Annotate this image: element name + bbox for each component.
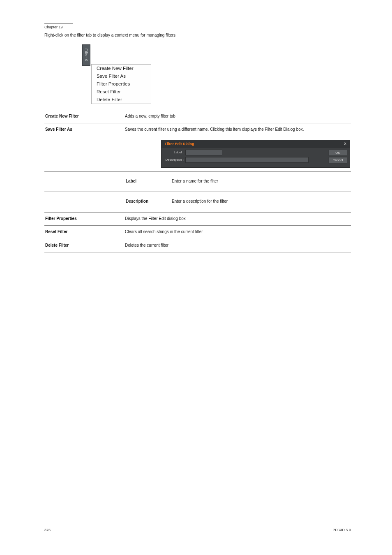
description-input[interactable]	[185, 157, 309, 163]
definition-desc: Clears all search strings in the current…	[125, 227, 350, 238]
definition-row: Description Enter a description for the …	[45, 193, 350, 211]
footer-rule	[44, 526, 73, 526]
definition-row: Create New Filter Adds a new, empty filt…	[45, 111, 350, 123]
definition-desc: Saves the current filter using a differe…	[125, 124, 350, 136]
filter-edit-dialog: Filter Edit Dialog × Label : Description…	[161, 140, 350, 168]
label-field-label: Label :	[164, 150, 185, 155]
menu-item-reset-filter[interactable]: Reset Filter	[92, 88, 151, 96]
divider	[44, 252, 351, 252]
definition-term: Delete Filter	[45, 240, 124, 252]
intro-paragraph: Right-click on the filter tab to display…	[44, 32, 351, 39]
menu-item-create-new-filter[interactable]: Create New Filter	[92, 65, 151, 72]
definition-desc: Adds a new, empty filter tab	[125, 111, 350, 123]
definition-row: Delete Filter Deletes the current filter	[45, 240, 350, 252]
definition-row: Filter Properties Displays the Filter Ed…	[45, 213, 350, 225]
definition-term: Reset Filter	[45, 227, 124, 238]
definition-term: Filter Properties	[45, 213, 124, 225]
dialog-title: Filter Edit Dialog	[165, 141, 194, 147]
footer-product: PFC3D 5.0	[332, 528, 351, 532]
description-field-label: Description :	[164, 157, 185, 162]
definition-term: Create New Filter	[45, 111, 124, 123]
definition-row: Reset Filter Clears all search strings i…	[45, 227, 350, 238]
definition-row: Label Enter a name for the filter	[45, 173, 350, 191]
menu-item-delete-filter[interactable]: Delete Filter	[92, 96, 151, 104]
page-header-label: Chapter 19	[44, 25, 351, 29]
header-rule	[44, 23, 73, 23]
close-icon[interactable]: ×	[343, 142, 347, 146]
ok-button[interactable]: OK	[328, 150, 347, 156]
definition-desc: Displays the Filter Edit dialog box	[125, 213, 350, 225]
screenshot-filter-context-menu: Filter 0 Create New Filter Save Filter A…	[82, 44, 351, 104]
label-input[interactable]	[185, 150, 222, 155]
dialog-field-desc: Enter a description for the filter	[172, 196, 349, 208]
page-footer: 376 PFC3D 5.0	[44, 526, 351, 532]
definition-desc: Deletes the current filter	[125, 240, 350, 252]
dialog-field-term: Description	[126, 196, 171, 208]
menu-item-filter-properties[interactable]: Filter Properties	[92, 80, 151, 88]
dialog-field-term: Label	[126, 176, 171, 187]
filter-context-menu: Create New Filter Save Filter As Filter …	[91, 64, 151, 104]
menu-item-save-filter-as[interactable]: Save Filter As	[92, 72, 151, 80]
definition-row: Save Filter As Saves the current filter …	[45, 124, 350, 136]
dialog-field-desc: Enter a name for the filter	[172, 176, 349, 187]
cancel-button[interactable]: Cancel	[328, 157, 347, 164]
definition-term: Save Filter As	[45, 124, 124, 136]
filter-tab[interactable]: Filter 0	[82, 44, 90, 66]
page-number: 376	[44, 528, 51, 532]
dialog-titlebar: Filter Edit Dialog ×	[161, 140, 350, 148]
